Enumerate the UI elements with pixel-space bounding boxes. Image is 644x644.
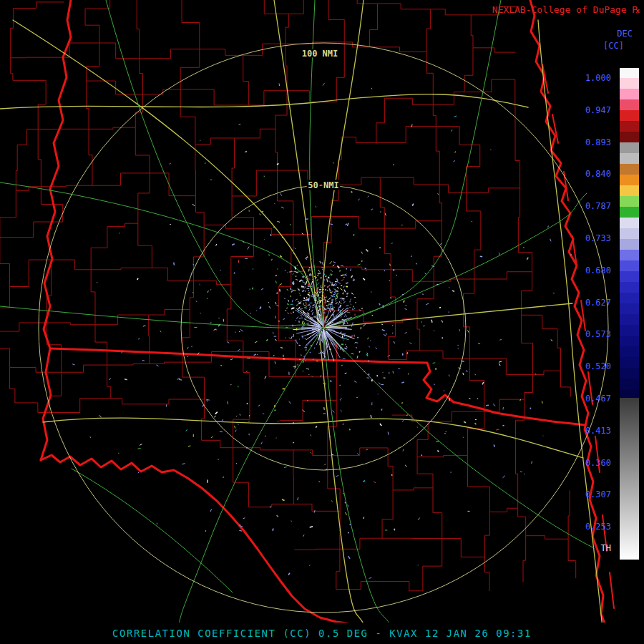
colorbar-segment <box>620 142 639 153</box>
county-lines <box>0 0 576 591</box>
colorbar-segment <box>620 132 639 142</box>
colorbar-label: 0.520 <box>585 362 611 371</box>
colorbar-segment <box>620 389 639 398</box>
colorbar-label: 0.893 <box>585 138 611 147</box>
colorbar-segment <box>620 196 639 207</box>
product-caption: CORRELATION COEFFICIENT (CC) 0.5 DEG - K… <box>0 623 644 644</box>
colorbar-label: 0.467 <box>585 394 611 403</box>
colorbar-segment <box>620 293 639 303</box>
colorbar-label: 0.360 <box>585 459 611 467</box>
colorbar-segment <box>620 89 639 99</box>
colorbar-label: 0.573 <box>585 330 611 338</box>
colorbar-label: 0.627 <box>585 298 611 307</box>
colorbar-segment <box>620 175 639 185</box>
colorbar-segment <box>620 346 639 357</box>
colorbar-segment <box>620 250 639 260</box>
colorbar-label: 0.733 <box>585 234 611 243</box>
colorbar-segment <box>620 303 639 314</box>
colorbar-title-cc: [CC] <box>603 41 624 51</box>
colorbar-segment <box>620 207 639 218</box>
colorbar-title-dec: DEC <box>617 29 633 39</box>
ring-label-50nmi: 50 NMI <box>308 180 338 190</box>
colorbar-segment <box>620 336 639 346</box>
colorbar-label: 0.307 <box>585 490 611 499</box>
colorbar-label: 0.413 <box>585 426 611 435</box>
gulf-coastline <box>41 455 352 624</box>
colorbar-segment <box>620 218 639 228</box>
state-border-ga-fl <box>50 348 585 425</box>
colorbar-segment <box>620 271 639 282</box>
radar-display: 100 NMI 50 NMI NEXLAB-College of DuPage … <box>0 0 644 644</box>
colorbar-label: 0.680 <box>585 266 611 275</box>
colorbar-segment <box>620 99 639 110</box>
colorbar-segment <box>620 185 639 196</box>
colorbar <box>620 68 639 560</box>
colorbar-title-th: TH <box>601 543 611 553</box>
colorbar-label: 0.947 <box>585 106 611 114</box>
colorbar-segment <box>620 325 639 336</box>
colorbar-label: 0.787 <box>585 202 611 210</box>
colorbar-segment <box>620 357 639 368</box>
colorbar-segment <box>620 282 639 293</box>
colorbar-labels: TH 1.0000.9470.8930.8400.7870.7330.6800.… <box>578 68 617 576</box>
state-border-al-ga <box>44 0 71 348</box>
colorbar-segment <box>620 239 639 250</box>
colorbar-label: 1.000 <box>585 74 611 82</box>
colorbar-segment <box>620 153 639 164</box>
colorbar-label: 0.840 <box>585 170 611 178</box>
ring-label-100nmi: 100 NMI <box>302 49 338 59</box>
colorbar-segment <box>620 121 639 132</box>
colorbar-segment <box>620 398 639 560</box>
colorbar-segment <box>620 164 639 175</box>
colorbar-segment <box>620 260 639 271</box>
brand-text: NEXLAB-College of DuPage ℞ <box>492 4 640 15</box>
colorbar-segment <box>620 228 639 239</box>
radar-map: 100 NMI 50 NMI <box>0 0 644 644</box>
colorbar-segment <box>620 68 639 78</box>
radar-echoes <box>72 83 572 578</box>
colorbar-segment <box>620 379 639 389</box>
colorbar-segment <box>620 110 639 121</box>
minor-roads <box>0 0 594 624</box>
colorbar-segment <box>620 314 639 325</box>
colorbar-label: 0.253 <box>585 522 611 531</box>
colorbar-segment <box>620 78 639 89</box>
colorbar-segment <box>620 368 639 379</box>
